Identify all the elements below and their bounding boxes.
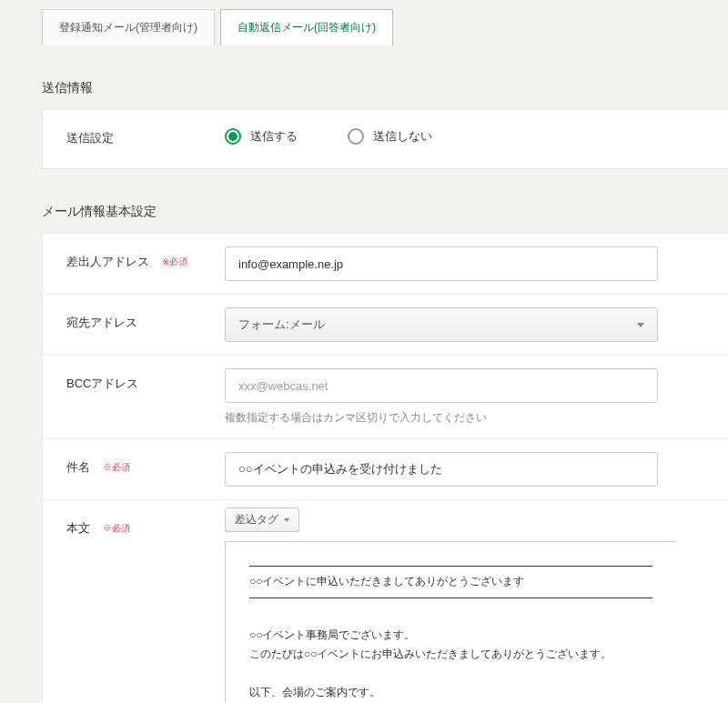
tab-admin-notify[interactable]: 登録通知メール(管理者向け) [42, 9, 215, 45]
chevron-down-icon [284, 518, 289, 522]
input-bcc-address[interactable] [225, 368, 658, 403]
input-from-address[interactable] [225, 246, 658, 281]
select-value: フォーム:メール [238, 316, 325, 333]
insert-tag-button[interactable]: 差込タグ [225, 507, 299, 532]
tab-auto-reply[interactable]: 自動返信メール(回答者向け) [220, 9, 393, 45]
chevron-down-icon [637, 323, 644, 327]
radio-icon [348, 128, 364, 145]
textarea-body[interactable]: ○○イベントに申込いただきましてありがとうございます ○○イベント事務局でござい… [225, 541, 676, 703]
body-line: ○○イベントに申込いただきましてありがとうございます [249, 572, 652, 592]
required-badge: ※必須 [162, 256, 187, 266]
radio-send-no[interactable]: 送信しない [348, 128, 432, 145]
hint-bcc: 複数指定する場合はカンマ区切りで入力してください [225, 410, 728, 426]
input-subject[interactable] [225, 452, 658, 487]
label-from-address: 差出人アドレス [66, 255, 149, 268]
required-badge: ※必須 [103, 462, 130, 472]
select-to-address[interactable]: フォーム:メール [225, 307, 658, 342]
radio-label: 送信しない [373, 128, 432, 145]
radio-icon [225, 128, 241, 145]
label-to-address: 宛先アドレス [66, 316, 137, 329]
body-line: ○○イベント事務局でございます。 [249, 626, 652, 646]
label-body: 本文 [66, 521, 90, 535]
label-send-setting: 送信設定 [43, 110, 225, 163]
section-send-info-title: 送信情報 [0, 45, 728, 109]
required-badge: ※必須 [103, 523, 130, 533]
label-bcc-address: BCCアドレス [66, 377, 138, 390]
section-mail-basic-title: メール情報基本設定 [0, 169, 728, 233]
body-line: このたびは○○イベントにお申込みいただきましてありがとうございます。 [249, 645, 652, 665]
radio-send-yes[interactable]: 送信する [225, 128, 298, 145]
radio-label: 送信する [250, 128, 298, 145]
divider [249, 566, 652, 567]
body-line: 以下、会場のご案内です。 [249, 683, 652, 703]
insert-tag-label: 差込タグ [235, 512, 278, 527]
divider [249, 598, 652, 598]
label-subject: 件名 [66, 460, 90, 474]
